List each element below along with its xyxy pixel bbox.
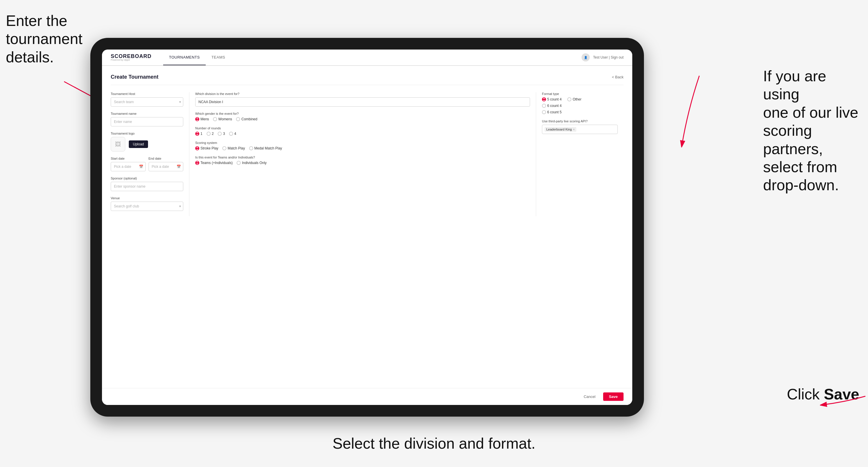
annotation-top-right: If you are using one of our live scoring…	[763, 67, 862, 194]
start-date-input-wrapper: 📅	[111, 162, 146, 171]
tournament-logo-label: Tournament logo	[111, 132, 183, 135]
rounds-group: Number of rounds 1 2	[195, 126, 530, 136]
end-date-group: End date 📅	[149, 157, 184, 171]
format-type-label: Format type	[542, 92, 618, 96]
radio-individuals	[237, 161, 241, 165]
form-col-3: Format type 5 count 4 Other	[542, 92, 624, 216]
live-scoring-label: Use third-party live scoring API?	[542, 119, 618, 123]
division-select-wrapper: NCAA Division I	[195, 97, 530, 106]
end-date-input-wrapper: 📅	[149, 162, 184, 171]
gender-radio-group: Mens Womens Combined	[195, 117, 530, 121]
logo-area: SCOREBOARD Powered by clippd	[111, 54, 152, 61]
logo-sub: Powered by clippd	[111, 59, 152, 61]
rounds-option-4[interactable]: 4	[229, 132, 236, 136]
logo-text: SCOREBOARD	[111, 54, 152, 59]
teams-label: Is this event for Teams and/or Individua…	[195, 156, 530, 159]
venue-dropdown-icon: ▾	[179, 204, 181, 208]
radio-match-play	[222, 146, 226, 150]
division-group: Which division is the event for? NCAA Di…	[195, 92, 530, 106]
gender-option-womens[interactable]: Womens	[213, 117, 232, 121]
cancel-button[interactable]: Cancel	[579, 393, 600, 401]
gender-option-mens[interactable]: Mens	[195, 117, 209, 121]
format-type-group: Format type 5 count 4 Other	[542, 92, 618, 114]
radio-mens	[195, 117, 199, 121]
radio-5count4	[542, 97, 546, 101]
teams-group: Is this event for Teams and/or Individua…	[195, 156, 530, 165]
header-right: 👤 Test User | Sign out	[582, 53, 624, 61]
annotation-bottom-right: Click Save	[787, 385, 859, 403]
rounds-option-2[interactable]: 2	[207, 132, 214, 136]
annotation-top-left-text: Enter the tournament details.	[6, 12, 83, 66]
form-grid: Tournament Host ▾ Tournament name Tourna…	[111, 92, 624, 216]
format-option-5count4[interactable]: 5 count 4	[542, 97, 561, 101]
venue-group: Venue ▾	[111, 196, 183, 211]
gender-label: Which gender is the event for?	[195, 112, 530, 115]
tournament-host-input[interactable]	[111, 97, 183, 106]
teams-option-teams[interactable]: Teams (+Individuals)	[195, 161, 232, 165]
radio-round-3	[218, 132, 222, 136]
live-scoring-input[interactable]: Leaderboard King ×	[542, 125, 618, 134]
tablet-device: SCOREBOARD Powered by clippd TOURNAMENTS…	[90, 38, 644, 416]
rounds-option-1[interactable]: 1	[195, 132, 203, 136]
format-row-1: 5 count 4 Other	[542, 97, 618, 101]
logo-placeholder: 🖼	[111, 137, 125, 152]
scoring-radio-group: Stroke Play Match Play Medal Match Play	[195, 146, 530, 150]
rounds-label: Number of rounds	[195, 126, 530, 130]
page-header: Create Tournament < Back	[111, 74, 624, 85]
calendar-icon-end: 📅	[177, 165, 181, 169]
annotation-top-right-text: If you are using one of our live scoring…	[763, 68, 858, 193]
venue-label: Venue	[111, 196, 183, 200]
rounds-radio-group: 1 2 3 4	[195, 132, 530, 136]
format-option-6count4[interactable]: 6 count 4	[542, 104, 561, 108]
radio-6count4	[542, 104, 546, 108]
tournament-host-label: Tournament Host	[111, 92, 183, 96]
live-scoring-tag-close[interactable]: ×	[573, 128, 575, 131]
scoring-option-stroke[interactable]: Stroke Play	[195, 146, 218, 150]
tablet-screen: SCOREBOARD Powered by clippd TOURNAMENTS…	[102, 50, 632, 405]
form-col-1: Tournament Host ▾ Tournament name Tourna…	[111, 92, 189, 216]
venue-input-wrapper: ▾	[111, 201, 183, 211]
end-date-label: End date	[149, 157, 184, 160]
annotation-top-left: Enter the tournament details.	[6, 12, 83, 66]
tab-teams[interactable]: TEAMS	[206, 50, 231, 65]
scoring-option-medal-match[interactable]: Medal Match Play	[249, 146, 282, 150]
scoring-option-match[interactable]: Match Play	[222, 146, 245, 150]
logo-upload-area: 🖼 Upload	[111, 137, 183, 152]
division-select[interactable]: NCAA Division I	[195, 97, 530, 106]
gender-group: Which gender is the event for? Mens Wome…	[195, 112, 530, 121]
tournament-name-input[interactable]	[111, 117, 183, 126]
rounds-option-3[interactable]: 3	[218, 132, 225, 136]
format-row-3: 6 count 5	[542, 110, 618, 114]
search-icon: ▾	[179, 100, 181, 104]
teams-radio-group: Teams (+Individuals) Individuals Only	[195, 161, 530, 165]
format-option-6count5[interactable]: 6 count 5	[542, 110, 561, 114]
tab-tournaments[interactable]: TOURNAMENTS	[163, 50, 206, 65]
back-link[interactable]: < Back	[612, 75, 624, 79]
radio-round-4	[229, 132, 233, 136]
format-option-other[interactable]: Other	[567, 97, 581, 101]
app-header: SCOREBOARD Powered by clippd TOURNAMENTS…	[102, 50, 632, 66]
save-button[interactable]: Save	[603, 393, 624, 401]
radio-stroke-play	[195, 146, 199, 150]
user-label: Test User | Sign out	[593, 55, 624, 59]
start-date-group: Start date 📅	[111, 157, 146, 171]
radio-round-1	[195, 132, 199, 136]
tournament-host-input-wrapper: ▾	[111, 97, 183, 106]
tournament-host-group: Tournament Host ▾	[111, 92, 183, 106]
gender-option-combined[interactable]: Combined	[236, 117, 257, 121]
venue-input[interactable]	[111, 201, 183, 211]
radio-teams	[195, 161, 199, 165]
format-type-options: 5 count 4 Other 6 count 4	[542, 97, 618, 114]
annotation-bottom-center-text: Select the division and format.	[333, 435, 535, 452]
radio-round-2	[207, 132, 211, 136]
teams-option-individuals[interactable]: Individuals Only	[237, 161, 267, 165]
user-avatar: 👤	[582, 53, 590, 61]
sponsor-input[interactable]	[111, 182, 183, 191]
annotation-bottom-right-prefix: Click	[787, 386, 824, 403]
upload-button[interactable]: Upload	[129, 141, 148, 148]
main-content: Create Tournament < Back Tournament Host…	[102, 66, 632, 388]
date-row: Start date 📅 End date 📅	[111, 157, 183, 177]
tournament-logo-group: Tournament logo 🖼 Upload	[111, 132, 183, 152]
tournament-name-label: Tournament name	[111, 112, 183, 115]
form-footer: Cancel Save	[102, 388, 632, 405]
